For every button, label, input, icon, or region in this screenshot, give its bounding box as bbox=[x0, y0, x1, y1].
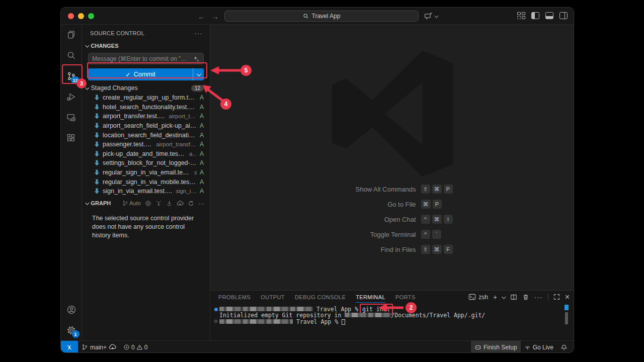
activity-search[interactable] bbox=[61, 45, 82, 66]
close-window-button[interactable] bbox=[68, 13, 74, 19]
staged-file-row[interactable]: regular_sign_in_via_email.test.md si... … bbox=[82, 168, 210, 177]
staged-file-row[interactable]: location_search_field_destination_l... A bbox=[82, 130, 210, 140]
refresh-icon[interactable] bbox=[188, 200, 194, 207]
panel-tab-output[interactable]: OUTPUT bbox=[261, 292, 285, 303]
panel-tab-terminal[interactable]: TERMINAL bbox=[356, 292, 385, 303]
panel-more-actions-icon[interactable]: ··· bbox=[534, 293, 543, 301]
commit-message-input[interactable]: Message (⌘Enter to commit on "... bbox=[88, 53, 204, 64]
changes-section-header[interactable]: CHANGES bbox=[82, 41, 210, 51]
problems-status-item[interactable]: 0 0 bbox=[120, 344, 151, 351]
activity-explorer[interactable] bbox=[61, 25, 82, 45]
watermark-shortcut-row: Show All Commands ⇧⌘P bbox=[210, 182, 574, 197]
file-description: airport_transfer_s... bbox=[156, 141, 197, 147]
watermark-shortcut-row: Toggle Terminal ^` bbox=[210, 227, 574, 242]
close-panel-icon[interactable]: × bbox=[565, 293, 570, 302]
commit-button[interactable]: ✓ Commit bbox=[88, 68, 204, 80]
notifications-button[interactable] bbox=[557, 341, 574, 353]
staged-file-row[interactable]: create_regular_sign_up_form.test.md A bbox=[82, 93, 210, 103]
vscode-watermark-logo bbox=[327, 49, 457, 178]
command-center-search[interactable]: Travel App bbox=[224, 11, 419, 22]
graph-more-actions-icon[interactable]: ··· bbox=[198, 200, 205, 207]
branch-status-item[interactable]: main+ bbox=[78, 341, 120, 353]
staged-file-row[interactable]: pick-up_date_and_time.test.md airp... A bbox=[82, 149, 210, 159]
git-pull-icon[interactable] bbox=[166, 200, 173, 207]
markdown-file-icon bbox=[93, 179, 100, 185]
staged-file-row[interactable]: airport_transfer.test.md airport_trans..… bbox=[82, 112, 210, 121]
terminal-cursor bbox=[342, 319, 345, 325]
minimize-window-button[interactable] bbox=[78, 13, 84, 19]
file-name: airport_transfer.test.md bbox=[103, 113, 166, 120]
terminal-line: Travel App % bbox=[219, 319, 574, 325]
staged-file-row[interactable]: sign_in_via_email.test.md sign_in_fo... … bbox=[82, 187, 210, 196]
activity-run-debug[interactable] bbox=[61, 86, 82, 107]
activity-extensions[interactable] bbox=[61, 128, 82, 148]
divider bbox=[548, 294, 548, 301]
markdown-file-icon bbox=[93, 151, 100, 157]
toggle-panel-icon[interactable] bbox=[545, 12, 553, 19]
staged-file-row[interactable]: airport_search_field_pick-up_airpor... A bbox=[82, 121, 210, 131]
markdown-file-icon bbox=[93, 141, 100, 147]
nav-forward-icon[interactable]: → bbox=[211, 12, 219, 21]
settings-button[interactable]: 1 bbox=[61, 320, 82, 340]
chevron-down-icon[interactable] bbox=[502, 295, 506, 299]
remote-indicator[interactable] bbox=[61, 341, 78, 353]
go-live-button[interactable]: Go Live bbox=[521, 341, 557, 353]
panel-tab-problems[interactable]: PROBLEMS bbox=[218, 292, 251, 303]
activity-bar: 12 1 bbox=[61, 25, 82, 340]
graph-auto-toggle[interactable]: Auto bbox=[122, 200, 141, 206]
key-chip: ⌘ bbox=[421, 200, 431, 209]
staged-file-row[interactable]: regular_sign_in_via_mobile.test.md... A bbox=[82, 177, 210, 187]
git-fetch-icon[interactable] bbox=[155, 200, 162, 207]
publish-cloud-icon bbox=[109, 343, 116, 351]
graph-section-header[interactable]: GRAPH Auto ··· bbox=[82, 196, 210, 209]
copilot-menu[interactable] bbox=[424, 12, 438, 20]
key-chip: ⇧ bbox=[421, 245, 430, 254]
toggle-secondary-sidebar-icon[interactable] bbox=[559, 12, 568, 19]
staged-file-row[interactable]: settings_block_for_not_logged-in_u... A bbox=[82, 158, 210, 168]
shortcut-label: Toggle Terminal bbox=[303, 231, 421, 238]
kill-terminal-trash-icon[interactable] bbox=[522, 294, 529, 301]
panel-tab-ports[interactable]: PORTS bbox=[395, 292, 416, 303]
split-terminal-icon[interactable] bbox=[510, 294, 517, 301]
terminal-output-post: /Documents/Travel App/.git/ bbox=[391, 312, 485, 319]
terminal-line: Initialized empty Git repository in/Docu… bbox=[219, 312, 574, 318]
watermark-shortcut-row: Find in Files ⇧⌘F bbox=[210, 242, 574, 257]
commit-dropdown-button[interactable] bbox=[193, 68, 204, 80]
more-actions-icon[interactable]: ··· bbox=[194, 29, 203, 37]
file-name: regular_sign_in_via_mobile.test.md... bbox=[103, 178, 197, 186]
changes-section-label: CHANGES bbox=[91, 43, 119, 49]
toggle-primary-sidebar-icon[interactable] bbox=[531, 12, 539, 19]
command-center-title: Travel App bbox=[312, 13, 341, 20]
annotation-step-5: 5 bbox=[240, 65, 252, 76]
cloud-icon[interactable] bbox=[177, 200, 184, 207]
activity-remote-explorer[interactable] bbox=[61, 107, 82, 128]
staged-changes-label: Staged Changes bbox=[91, 84, 138, 92]
annotation-step-3: 3 bbox=[76, 78, 87, 88]
file-name: airport_search_field_pick-up_airpor... bbox=[103, 122, 197, 129]
account-button[interactable] bbox=[61, 299, 82, 320]
zoom-window-button[interactable] bbox=[88, 13, 94, 19]
staged-file-row[interactable]: passenger.test.md airport_transfer_s... … bbox=[82, 140, 210, 149]
staged-file-row[interactable]: hotel_search_functionality.test.md A bbox=[82, 103, 210, 112]
new-terminal-button[interactable]: + bbox=[493, 293, 497, 301]
terminal-content[interactable]: Travel App %git init Initialized empty G… bbox=[210, 303, 574, 325]
graph-section-label: GRAPH bbox=[91, 200, 111, 206]
error-icon bbox=[123, 344, 130, 350]
nav-back-icon[interactable]: ← bbox=[198, 12, 205, 21]
copilot-icon bbox=[474, 344, 481, 351]
redacted-text bbox=[345, 313, 391, 317]
terminal-scrollbar[interactable] bbox=[565, 312, 568, 324]
panel-tab-debug-console[interactable]: DEBUG CONSOLE bbox=[295, 292, 346, 303]
shortcut-keys: ^⌘I bbox=[421, 215, 481, 224]
terminal-instance[interactable]: zsh bbox=[468, 293, 488, 301]
key-chip: ⌘ bbox=[432, 245, 442, 254]
sparkle-icon[interactable] bbox=[193, 55, 200, 62]
customize-layout-icon[interactable] bbox=[517, 12, 525, 19]
finish-setup-button[interactable]: Finish Setup bbox=[471, 341, 521, 353]
target-icon[interactable] bbox=[145, 200, 151, 207]
extensions-icon bbox=[66, 133, 76, 143]
maximize-panel-icon[interactable] bbox=[553, 294, 560, 300]
staged-changes-header[interactable]: Staged Changes 12 bbox=[82, 80, 210, 93]
file-name: passenger.test.md bbox=[103, 141, 153, 148]
git-status-added: A bbox=[197, 94, 204, 101]
